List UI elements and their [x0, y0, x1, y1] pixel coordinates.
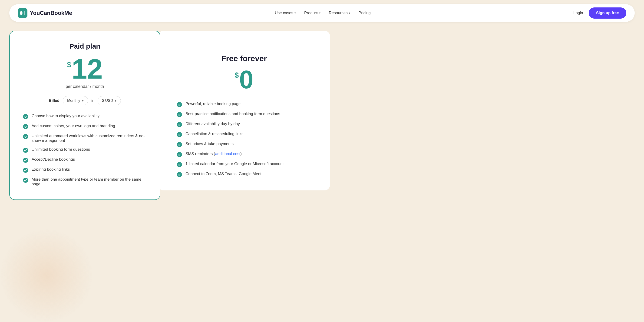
logo-text: YouCanBookMe [30, 10, 72, 16]
page-content: Paid plan $ 12 per calendar / month Bill… [0, 26, 339, 209]
nav-links: Use cases ▾ Product ▾ Resources ▾ Pricin… [275, 11, 371, 15]
free-feature-4: Cancellation & rescheduling links [177, 132, 312, 138]
svg-point-6 [23, 134, 28, 139]
free-plan-price: $ 0 [177, 67, 312, 92]
check-icon [177, 122, 182, 128]
currency-select[interactable]: $ USD ▾ [98, 96, 121, 105]
paid-feature-2: Add custom colors, your own logo and bra… [23, 124, 147, 130]
check-icon [177, 152, 182, 158]
paid-plan-title: Paid plan [23, 42, 147, 50]
sms-feature-text: SMS reminders (additional cost) [186, 152, 242, 156]
svg-point-8 [23, 158, 28, 163]
background-blob [0, 229, 93, 322]
svg-point-12 [177, 112, 182, 117]
check-icon [23, 124, 28, 130]
paid-feature-5: Accept/Decline bookings [23, 157, 147, 163]
check-icon [177, 172, 182, 178]
svg-point-7 [23, 148, 28, 153]
svg-point-9 [23, 168, 28, 173]
check-icon [23, 158, 28, 163]
paid-plan-features: Choose how to display your availability … [23, 114, 147, 186]
free-feature-6: SMS reminders (additional cost) [177, 152, 312, 158]
check-icon [177, 112, 182, 118]
billed-row: Billed Monthly ▾ in $ USD ▾ [23, 96, 147, 105]
paid-feature-3: Unlimited automated workflows with custo… [23, 134, 147, 143]
free-feature-8: Connect to Zoom, MS Teams, Google Meet [177, 172, 312, 178]
free-feature-1: Powerful, reliable booking page [177, 102, 312, 108]
nav-actions: Login Sign up free [573, 8, 626, 18]
nav-logo[interactable]: YouCanBookMe [18, 8, 72, 18]
check-icon [177, 132, 182, 138]
svg-point-4 [23, 114, 28, 119]
paid-feature-4: Unlimited booking form questions [23, 147, 147, 153]
billing-chevron-icon: ▾ [82, 99, 84, 102]
billing-selected-value: Monthly [67, 98, 80, 103]
billed-label: Billed [49, 98, 60, 103]
currency-chevron-icon: ▾ [115, 99, 116, 102]
check-icon [177, 142, 182, 148]
signup-button[interactable]: Sign up free [589, 8, 626, 18]
login-button[interactable]: Login [573, 11, 583, 15]
check-icon [23, 148, 28, 153]
paid-plan-card: Paid plan $ 12 per calendar / month Bill… [9, 31, 160, 200]
paid-plan-period: per calendar / month [23, 84, 147, 89]
paid-plan-price: $ 12 [23, 55, 147, 83]
free-feature-2: Best-practice notifications and booking … [177, 112, 312, 118]
check-icon [177, 162, 182, 168]
currency-selected-value: $ USD [102, 98, 113, 103]
additional-cost-link[interactable]: additional cost [215, 152, 240, 156]
free-feature-5: Set prices & take payments [177, 142, 312, 148]
free-plan-features: Powerful, reliable booking page Best-pra… [177, 102, 312, 178]
free-plan-number: 0 [239, 67, 253, 92]
chevron-down-icon: ▾ [349, 12, 350, 15]
check-icon [177, 102, 182, 108]
paid-plan-number: 12 [72, 55, 102, 83]
chevron-down-icon: ▾ [319, 12, 320, 15]
check-icon [23, 178, 28, 183]
svg-point-11 [177, 102, 182, 107]
check-icon [23, 134, 28, 140]
chevron-down-icon: ▾ [294, 12, 296, 15]
paid-feature-6: Expiring booking links [23, 167, 147, 173]
free-plan-title: Free forever [177, 54, 312, 63]
svg-point-14 [177, 132, 182, 137]
svg-point-13 [177, 122, 182, 127]
svg-point-10 [23, 178, 28, 183]
paid-feature-1: Choose how to display your availability [23, 114, 147, 120]
check-icon [23, 114, 28, 120]
nav-item-use-cases[interactable]: Use cases ▾ [275, 11, 296, 15]
svg-rect-0 [20, 12, 21, 15]
svg-point-16 [177, 152, 182, 157]
svg-point-18 [177, 172, 182, 177]
free-plan-card: Free forever $ 0 Powerful, reliable book… [158, 31, 330, 190]
free-plan-dollar: $ [235, 71, 239, 80]
check-icon [23, 168, 28, 173]
navbar: YouCanBookMe Use cases ▾ Product ▾ Resou… [9, 4, 635, 22]
billing-select[interactable]: Monthly ▾ [63, 96, 88, 105]
svg-point-5 [23, 124, 28, 129]
logo-icon [18, 8, 28, 18]
svg-point-15 [177, 142, 182, 147]
free-feature-7: 1 linked calendar from your Google or Mi… [177, 162, 312, 168]
billed-in-label: in [91, 98, 94, 103]
paid-plan-dollar: $ [67, 60, 71, 69]
svg-point-17 [177, 162, 182, 167]
paid-feature-7: More than one appointment type or team m… [23, 177, 147, 186]
svg-rect-3 [24, 11, 25, 15]
nav-item-resources[interactable]: Resources ▾ [329, 11, 350, 15]
nav-item-product[interactable]: Product ▾ [304, 11, 320, 15]
free-feature-3: Different availability day by day [177, 122, 312, 128]
nav-item-pricing[interactable]: Pricing [358, 11, 371, 15]
svg-rect-1 [22, 11, 22, 15]
svg-rect-2 [22, 12, 23, 14]
